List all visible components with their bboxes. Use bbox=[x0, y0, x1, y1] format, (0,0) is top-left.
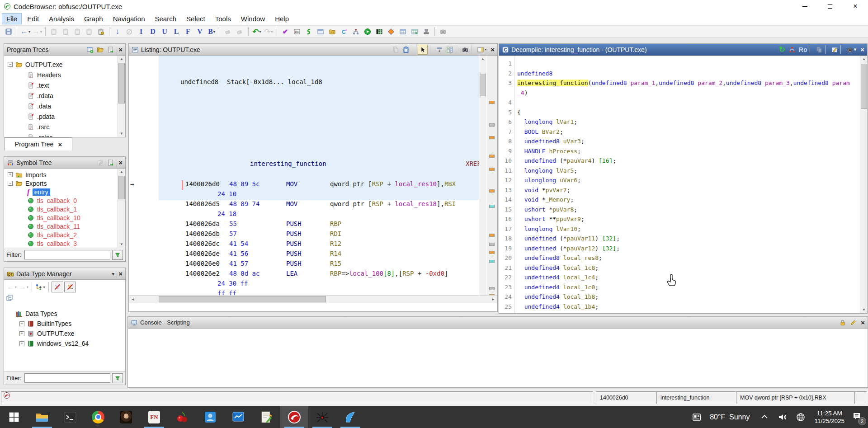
listing-close-icon[interactable]: × bbox=[491, 46, 495, 53]
decompile-scrollbar[interactable]: ▲ ▼ bbox=[860, 56, 867, 313]
menu-tools[interactable]: Tools bbox=[211, 13, 236, 24]
dtm-menu-icon[interactable]: ▾ bbox=[112, 271, 114, 277]
tree-item--rsrc[interactable]: .rsrc bbox=[4, 122, 117, 132]
collapse-all-icon[interactable] bbox=[6, 294, 13, 301]
listing-overview-margin[interactable] bbox=[487, 56, 497, 303]
run-analysis-button[interactable] bbox=[362, 26, 373, 37]
copy-annotation-button[interactable] bbox=[48, 26, 59, 37]
menu-graph[interactable]: Graph bbox=[80, 13, 108, 24]
data-type-float-button[interactable]: F bbox=[183, 26, 193, 37]
weather-text[interactable]: 80°F Sunny bbox=[710, 413, 750, 421]
program-trees-close-icon[interactable]: × bbox=[118, 46, 123, 53]
edit-function-icon[interactable] bbox=[831, 46, 838, 53]
expander-icon[interactable]: − bbox=[8, 62, 13, 67]
overview-marker[interactable] bbox=[489, 123, 495, 127]
data-type-undefined-button[interactable]: U bbox=[159, 26, 170, 37]
tab-program-tree[interactable]: Program Tree × bbox=[5, 137, 72, 151]
tree-item-tls-callback-2[interactable]: tls_callback_2 bbox=[4, 230, 117, 239]
taskbar-start[interactable] bbox=[0, 406, 28, 428]
tree-item-tls-callback-1[interactable]: tls_callback_1 bbox=[4, 205, 117, 213]
tree-item-tls-callback-0[interactable]: tls_callback_0 bbox=[4, 196, 117, 205]
tray-chevron-icon[interactable] bbox=[760, 412, 769, 422]
menu-file[interactable]: File bbox=[2, 13, 22, 24]
redo-button[interactable]: ↷▾ bbox=[263, 26, 274, 37]
open-archive-button[interactable] bbox=[327, 26, 338, 37]
data-type-int-button[interactable]: I bbox=[136, 26, 146, 37]
c-source-button[interactable]: C+ bbox=[339, 26, 349, 37]
tree-item--data[interactable]: .data bbox=[4, 101, 117, 111]
dtm-filter-pointer-off-icon[interactable] bbox=[64, 282, 76, 292]
copy-labels-button[interactable] bbox=[60, 26, 71, 37]
menu-edit[interactable]: Edit bbox=[23, 13, 43, 24]
paste-locked-button[interactable] bbox=[95, 26, 106, 37]
tree-item-tls-callback-10[interactable]: tls_callback_10 bbox=[4, 213, 117, 222]
weather-news-icon[interactable] bbox=[692, 412, 702, 422]
binary-chip-button[interactable]: 101 bbox=[292, 26, 302, 37]
graph-icon[interactable] bbox=[788, 46, 796, 53]
new-tree-icon[interactable] bbox=[86, 46, 94, 53]
overview-marker[interactable] bbox=[489, 234, 495, 237]
sweep-alt-button[interactable] bbox=[235, 26, 245, 37]
taskbar-portrait-app[interactable] bbox=[112, 406, 140, 428]
diamond-tool-button[interactable] bbox=[386, 26, 396, 37]
taskbar-bug-app[interactable] bbox=[308, 406, 336, 428]
back-button[interactable]: ←▾ bbox=[20, 26, 31, 37]
diff-view-icon[interactable] bbox=[446, 46, 453, 53]
overview-marker[interactable] bbox=[489, 251, 495, 254]
notification-center-icon[interactable]: 2 bbox=[852, 411, 862, 423]
clock[interactable]: 11:25 AM 11/25/2025 bbox=[814, 409, 844, 425]
tree-item-windows-vs12-64[interactable]: +windows_vs12_64 bbox=[4, 339, 117, 348]
tree-item--reloc[interactable]: .reloc bbox=[4, 132, 117, 137]
taskbar-fn-app[interactable]: FN bbox=[140, 406, 168, 428]
taskbar-cherry-app[interactable] bbox=[168, 406, 196, 428]
menu-navigation[interactable]: Navigation bbox=[108, 13, 150, 24]
overview-marker[interactable] bbox=[489, 243, 495, 246]
dtm-back-button[interactable]: ←▾ bbox=[6, 282, 17, 292]
dtm-filter-options-icon[interactable] bbox=[112, 373, 123, 383]
data-type-byte-button[interactable]: B▾ bbox=[206, 26, 217, 37]
save-button[interactable] bbox=[3, 26, 14, 37]
paste-icon[interactable] bbox=[402, 46, 410, 53]
dtm-filter-off-icon[interactable] bbox=[52, 282, 63, 292]
clear-code-button[interactable]: ∅ bbox=[124, 26, 135, 37]
taskbar-wireshark[interactable] bbox=[336, 406, 364, 428]
listing-panel-dropdown-icon[interactable]: ▾ bbox=[485, 47, 486, 52]
disassemble-button[interactable]: ↓ bbox=[112, 26, 123, 37]
tree-item--pdata[interactable]: .pdata bbox=[4, 111, 117, 122]
tree-item-data-types[interactable]: Data Types bbox=[4, 309, 117, 319]
console-output[interactable] bbox=[128, 329, 868, 387]
undo-button[interactable]: ↶▾ bbox=[251, 26, 262, 37]
edit-script-icon[interactable] bbox=[849, 319, 857, 326]
table-alt-view-button[interactable] bbox=[409, 26, 420, 37]
decompile-dropdown-icon[interactable]: ▾ bbox=[854, 47, 857, 52]
console-close-icon[interactable]: × bbox=[861, 319, 865, 326]
overview-marker[interactable] bbox=[489, 189, 495, 193]
tree-item-headers[interactable]: Headers bbox=[4, 70, 117, 80]
ro-button[interactable]: Ro bbox=[799, 46, 807, 53]
listing-hscrollbar[interactable]: ◄ ► bbox=[129, 295, 497, 303]
expander-icon[interactable]: + bbox=[19, 321, 24, 326]
paste-annotation-button[interactable] bbox=[72, 26, 83, 37]
expander-icon[interactable]: − bbox=[8, 181, 13, 186]
expander-icon[interactable]: + bbox=[19, 341, 24, 346]
tab-close-icon[interactable]: × bbox=[58, 141, 62, 148]
menu-window[interactable]: Window bbox=[236, 13, 269, 24]
taskbar-contacts-app[interactable] bbox=[196, 406, 224, 428]
minimize-button[interactable] bbox=[792, 0, 817, 13]
data-type-long-button[interactable]: L bbox=[171, 26, 182, 37]
toggle-side-panel-icon[interactable] bbox=[477, 46, 484, 53]
script-manager-button[interactable] bbox=[303, 26, 314, 37]
tree-item-tls-callback-3[interactable]: tls_callback_3 bbox=[4, 239, 117, 248]
decompile-content[interactable]: 12undefined83interesting_function(undefi… bbox=[499, 56, 867, 313]
tree-item-exports[interactable]: −Exports bbox=[4, 179, 117, 188]
tree-item-output-exe[interactable]: +OUTPUT.exe bbox=[4, 329, 117, 339]
open-folder-icon[interactable] bbox=[97, 46, 104, 53]
taskbar-notes-app[interactable] bbox=[252, 406, 280, 428]
window-view-button[interactable] bbox=[315, 26, 326, 37]
data-type-double-button[interactable]: D bbox=[147, 26, 158, 37]
data-type-void-button[interactable]: V bbox=[194, 26, 205, 37]
stamp-button[interactable] bbox=[421, 26, 432, 37]
menu-search[interactable]: Search bbox=[151, 13, 181, 24]
forward-button[interactable]: →▾ bbox=[32, 26, 42, 37]
taskbar-terminal[interactable] bbox=[56, 406, 84, 428]
